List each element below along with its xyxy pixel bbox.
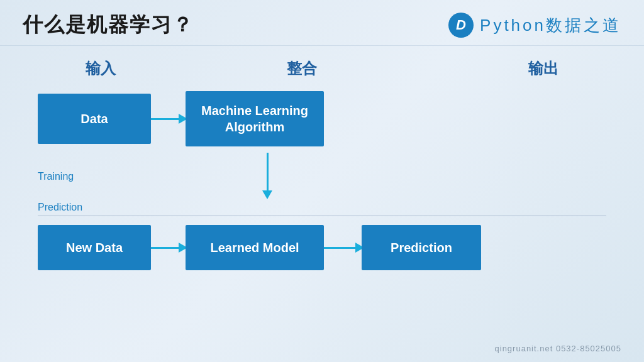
arrow-model-to-prediction	[324, 243, 362, 253]
arrow-newdata-to-model	[151, 243, 186, 253]
diagram: Data Machine Learning Algorithm	[38, 91, 606, 270]
vertical-arrow	[198, 153, 336, 199]
page-title: 什么是机器学习？	[23, 11, 194, 39]
data-box: Data	[38, 94, 151, 144]
col-header-integrate: 整合	[201, 58, 402, 79]
slide: 什么是机器学习？ D Python数据之道 输入 整合 输出 Data	[0, 0, 644, 362]
header: 什么是机器学习？ D Python数据之道	[0, 0, 644, 46]
prediction-box: Prediction	[362, 225, 481, 270]
arrow-data-to-algo	[151, 114, 186, 124]
prediction-row: New Data Learned Model	[38, 225, 606, 270]
training-label: Training	[38, 171, 164, 182]
arrow-right-1	[151, 114, 187, 124]
col-header-output: 输出	[480, 58, 606, 79]
learned-model-box: Learned Model	[186, 225, 324, 270]
arrow-right-3	[324, 243, 364, 253]
ml-algo-line1: Machine Learning	[201, 102, 308, 119]
new-data-box: New Data	[38, 225, 151, 270]
ml-algo-box: Machine Learning Algorithm	[186, 91, 324, 146]
brand-logo: D	[448, 13, 474, 38]
divider	[38, 216, 606, 216]
labels-divider: Training Prediction	[38, 150, 606, 216]
ml-algo-col: Machine Learning Algorithm	[186, 91, 324, 146]
prediction-label-left: Prediction	[38, 202, 606, 213]
col-header-input: 输入	[38, 58, 164, 79]
column-headers: 输入 整合 输出	[38, 58, 606, 79]
ml-algo-line2: Algorithm	[201, 119, 308, 135]
training-row: Data Machine Learning Algorithm	[38, 91, 606, 146]
arrow-right-2	[151, 243, 187, 253]
watermark: qingruanit.net 0532-85025005	[495, 344, 621, 353]
main-content: 输入 整合 输出 Data	[0, 46, 644, 283]
brand-name: Python数据之道	[480, 14, 621, 36]
brand: D Python数据之道	[448, 13, 621, 38]
